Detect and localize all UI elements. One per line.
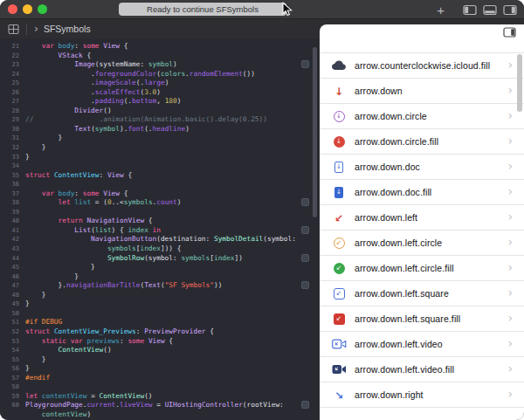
add-button[interactable]: + xyxy=(437,3,445,17)
result-button[interactable] xyxy=(301,281,309,289)
code-line: 35struct ContentView: View { xyxy=(0,171,320,181)
arrow-down-left-square-fill-icon: ↙ xyxy=(330,313,348,325)
code-text: Divider() xyxy=(25,107,112,116)
close-button[interactable] xyxy=(8,4,17,14)
chevron-right-icon: › xyxy=(507,387,513,401)
result-button[interactable] xyxy=(301,254,309,262)
code-text: List(list) { index in xyxy=(25,226,161,236)
code-text: } xyxy=(25,355,45,365)
result-button[interactable] xyxy=(301,60,309,68)
status-pill[interactable]: Ready to continue SFSymbols xyxy=(119,3,286,16)
code-line: 26 .scaleEffect(3.0) xyxy=(0,88,320,98)
status-text: Ready to continue SFSymbols xyxy=(147,4,259,14)
symbol-row[interactable]: ↓arrow.down.doc› xyxy=(320,155,524,180)
line-number: 55 xyxy=(0,355,25,365)
symbol-row[interactable]: ↙arrow.down.left› xyxy=(320,205,524,231)
result-button[interactable] xyxy=(301,198,309,206)
symbol-row[interactable]: ↘arrow.down.right› xyxy=(320,382,524,408)
chevron-right-icon: › xyxy=(507,83,513,97)
code-text: static var previews: some View { xyxy=(25,337,173,347)
editor-scrollbar[interactable] xyxy=(313,47,317,217)
bottom-panel-icon[interactable] xyxy=(483,4,497,16)
code-line: 36 xyxy=(0,180,320,189)
code-text: // .animation(Animation.basic().delay(0.… xyxy=(25,115,267,125)
document-title[interactable]: SFSymbols xyxy=(44,24,91,34)
symbol-row[interactable]: arrow.down.left.video› xyxy=(320,332,524,357)
code-line: 54 ContentView() xyxy=(0,346,320,355)
result-button[interactable] xyxy=(301,401,309,409)
symbol-row[interactable]: ↓arrow.down.doc.fill› xyxy=(320,180,524,205)
chevron-right-icon: › xyxy=(507,260,513,274)
arrow-down-icon: ↓ xyxy=(330,83,348,99)
line-number: 46 xyxy=(0,272,25,282)
code-text: .padding(.bottom, 180) xyxy=(25,97,181,107)
code-line: 37 var body: some View { xyxy=(0,189,320,199)
code-line: contentView) xyxy=(0,410,320,420)
chevron-right-icon: › xyxy=(507,361,513,375)
chevron-right-icon: › xyxy=(507,159,513,173)
code-line: 39 xyxy=(0,208,320,217)
line-number xyxy=(0,410,25,420)
code-line: 53 static var previews: some View { xyxy=(0,337,320,347)
code-text: #if DEBUG xyxy=(25,318,62,327)
symbol-row[interactable]: ↙arrow.down.left.circle.fill› xyxy=(320,256,524,281)
line-number: 32 xyxy=(0,143,25,153)
chevron-right-icon: › xyxy=(507,210,513,224)
symbol-name: arrow.down.circle xyxy=(355,111,427,121)
line-number: 47 xyxy=(0,281,25,291)
symbol-row[interactable]: ↓arrow.down› xyxy=(320,79,524,104)
chevron-right-icon: › xyxy=(507,286,513,300)
code-line: 27 .padding(.bottom, 180) xyxy=(0,97,320,107)
line-number: 24 xyxy=(0,70,25,79)
arrow-down-circle-fill-icon: ↓ xyxy=(330,136,348,148)
code-text: Text(symbol).font(.headline) xyxy=(25,125,190,134)
code-line: 60PlaygroundPage.current.liveView = UIHo… xyxy=(0,401,320,410)
symbol-row[interactable]: ↙arrow.down.left.square.fill› xyxy=(320,306,524,332)
library-panel-icon[interactable] xyxy=(463,4,477,16)
arrow-down-circle-icon: ↓ xyxy=(330,111,348,122)
code-line: 55 } xyxy=(0,355,320,365)
symbol-row[interactable]: ↙arrow.down.left.square› xyxy=(320,281,524,306)
code-text: NavigationButton(destination: SymbolDeta… xyxy=(25,235,296,244)
code-editor[interactable]: 21 var body: some View {22 VStack {23 Im… xyxy=(0,38,320,420)
code-text: } xyxy=(25,153,30,162)
right-panel-icon[interactable] xyxy=(503,4,517,16)
symbol-row[interactable]: ↓arrow.down.circle› xyxy=(320,104,524,129)
line-number: 54 xyxy=(0,346,25,355)
line-number: 25 xyxy=(0,79,25,88)
fullscreen-button[interactable] xyxy=(38,4,47,14)
code-line: 59let contentView = ContentView() xyxy=(0,392,320,402)
symbol-name: arrow.down.left.video.fill xyxy=(355,364,454,375)
code-line: 42 NavigationButton(destination: SymbolD… xyxy=(0,235,320,244)
symbol-name: arrow.down.doc.fill xyxy=(355,187,431,197)
list-scrollbar[interactable] xyxy=(517,54,522,112)
minimize-button[interactable] xyxy=(23,4,32,14)
code-line: 38 let list = (0..<symbols.count) xyxy=(0,198,320,208)
symbol-row[interactable]: ↓arrow.down.circle.fill› xyxy=(320,129,524,155)
chevron-right-icon: › xyxy=(507,184,513,198)
line-number: 35 xyxy=(0,171,25,181)
code-line: 23 Image(systemName: symbol) xyxy=(0,60,320,70)
result-button[interactable] xyxy=(301,226,309,234)
code-line: 28 Divider() xyxy=(0,107,320,116)
line-number: 56 xyxy=(0,364,25,374)
symbol-row[interactable]: ↙arrow.down.left.circle› xyxy=(320,231,524,256)
code-line: 33} xyxy=(0,153,320,162)
chevron-right-icon: › xyxy=(507,134,513,148)
line-number: 30 xyxy=(0,125,25,134)
line-number: 23 xyxy=(0,60,25,70)
line-number: 42 xyxy=(0,235,25,244)
code-text: } xyxy=(25,272,79,282)
symbol-row[interactable]: arrow.down.left.video.fill› xyxy=(320,357,524,382)
chevron-right-icon: › xyxy=(507,235,513,249)
panel-toggle-icon[interactable] xyxy=(503,27,516,38)
line-number: 51 xyxy=(0,318,25,327)
arrow-down-left-video-icon xyxy=(330,339,348,349)
code-line: 44 SymbolRow(symbol: symbols[index]) xyxy=(0,254,320,264)
window-grid-icon[interactable] xyxy=(8,24,19,35)
symbol-list: arrow.counterclockwise.icloud.fill›↓arro… xyxy=(320,52,524,408)
code-text: struct ContentView_Previews: PreviewProv… xyxy=(25,327,214,337)
symbol-row[interactable]: arrow.counterclockwise.icloud.fill› xyxy=(320,53,524,79)
line-number: 57 xyxy=(0,374,25,383)
code-text: ContentView() xyxy=(25,346,112,355)
